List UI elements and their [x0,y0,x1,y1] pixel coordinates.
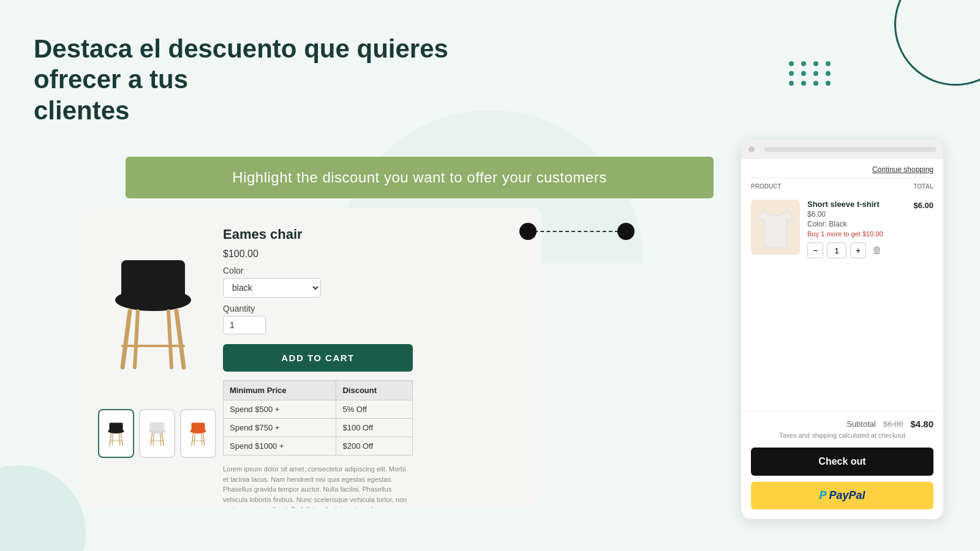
discount-row-value: $200 Off [336,437,413,455]
cart-item-color: Color: Black [807,220,906,228]
svg-rect-16 [151,422,164,431]
lorem-text: Lorem ipsum dolor sit amet, consectetur … [223,464,413,508]
svg-line-3 [176,311,184,367]
discount-row-min: Spend $500 + [224,400,336,419]
svg-line-12 [112,433,113,445]
bg-circle-bottom-left [0,465,86,551]
cart-item-total: $6.00 [913,200,933,210]
discount-table: Minimum Price Discount Spend $500 +5% Of… [223,380,413,455]
svg-line-20 [160,433,161,445]
main-product-image [98,227,208,398]
add-to-cart-button[interactable]: ADD TO CART [223,344,413,372]
subtotal-row: Subtotal $6.00 $4.80 [751,419,933,429]
cart-item-image [751,200,800,255]
discount-row-min: Spend $750 + [224,419,336,437]
thumbnail-orange[interactable] [180,409,216,458]
product-images [98,227,208,490]
cart-item-row: Short sleeve t-shirt $6.00 Color: Black … [741,192,943,266]
cart-qty-row: − + 🗑 [807,242,906,258]
product-header: PRODUCT [751,183,781,190]
cart-header-row: PRODUCT TOTAL [741,178,943,192]
banner-text: Highlight the discount you want to offer… [232,169,606,186]
subtotal-new-price: $4.80 [910,419,933,429]
discount-header-min: Minimum Price [224,381,336,400]
connection-dot-right [617,223,635,240]
connection-line [528,231,619,232]
svg-rect-1 [121,260,185,302]
quantity-decrease-button[interactable]: − [807,242,823,258]
cart-topbar [741,140,943,159]
thumbnail-row [98,409,208,458]
subtotal-label: Subtotal [846,419,876,429]
dots-grid [789,61,833,86]
thumbnail-white[interactable] [139,409,175,458]
color-select[interactable]: black white orange [223,278,321,298]
paypal-button[interactable]: P PayPal [751,482,933,509]
svg-line-11 [121,433,123,445]
cart-item-price: $6.00 [807,210,906,219]
cart-panel: Continue shopping PRODUCT TOTAL Short sl… [741,140,943,519]
subtotal-old-price: $6.00 [883,419,903,429]
checkout-button[interactable]: Check out [751,448,933,476]
svg-line-13 [119,433,120,445]
topbar-dot [748,146,755,152]
svg-line-19 [153,433,154,445]
svg-line-25 [203,433,205,445]
bg-circle-top-right [894,0,980,86]
paypal-p-icon: P [819,489,826,502]
taxes-note: Taxes and shipping calculated at checkou… [751,432,933,439]
total-header: TOTAL [914,183,933,190]
quantity-increase-button[interactable]: + [850,242,866,258]
continue-shopping-link[interactable]: Continue shopping [741,159,943,178]
quantity-label: Quantity [223,304,524,313]
svg-line-18 [162,433,164,445]
product-card: Eames chair $100.00 Color black white or… [80,208,542,508]
product-price: $100.00 [223,249,524,260]
cart-quantity-input[interactable] [827,242,846,258]
main-heading: Destaca el descuento que quieres ofrecer… [34,34,462,126]
svg-rect-23 [192,422,205,431]
discount-banner: Highlight the discount you want to offer… [126,157,714,198]
svg-line-2 [123,311,130,367]
cart-upsell-message: Buy 1 more to get $10.00 [807,230,906,238]
cart-subtotal-section: Subtotal $6.00 $4.80 Taxes and shipping … [741,411,943,448]
connection-dot-left [519,223,537,240]
quantity-input[interactable] [223,316,266,334]
svg-rect-9 [110,422,123,431]
thumbnail-black[interactable] [98,409,134,458]
discount-row-value: 5% Off [336,400,413,419]
svg-line-5 [168,311,172,367]
delete-item-button[interactable]: 🗑 [872,245,882,256]
svg-line-17 [151,433,153,445]
discount-header-discount: Discount [336,381,413,400]
color-label: Color [223,266,524,276]
cart-item-info: Short sleeve t-shirt $6.00 Color: Black … [807,200,906,258]
discount-row-min: Spend $1000 + [224,437,336,455]
svg-line-4 [135,311,138,367]
topbar-bar [764,147,936,152]
discount-row-value: $100 Off [336,419,413,437]
svg-line-27 [202,433,202,445]
cart-item-name: Short sleeve t-shirt [807,200,906,209]
product-name: Eames chair [223,227,524,242]
svg-line-26 [194,433,195,445]
svg-line-10 [110,433,111,445]
paypal-label: PayPal [829,489,865,502]
svg-line-24 [192,433,194,445]
product-details: Eames chair $100.00 Color black white or… [223,227,524,490]
